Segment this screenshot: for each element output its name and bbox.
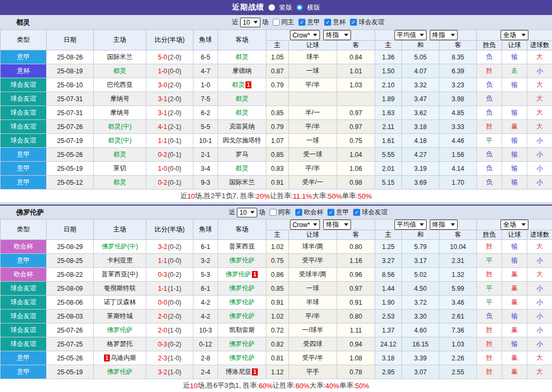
bookmaker-select[interactable]: Crow* <box>290 30 320 40</box>
avg-away-odds: 1.03 <box>439 337 477 351</box>
handicap-line: 受平/半 <box>289 351 337 365</box>
league-filter-label[interactable]: 球会友谊 <box>362 208 387 217</box>
match-date: 25-05-26 <box>47 148 94 162</box>
same-venue-label[interactable]: 同主 <box>281 18 294 27</box>
league-filter-checkbox[interactable] <box>353 209 360 216</box>
recent-count-select[interactable]: 10 <box>237 208 257 217</box>
layout-radio-horizontal[interactable] <box>296 4 303 11</box>
layout-radio-vertical-label[interactable]: 竖版 <box>279 3 292 12</box>
avg-home-odds: 5.55 <box>375 148 402 162</box>
average-odds-group: 平均值 终指 <box>375 30 477 41</box>
avg-draw-odds: 4.07 <box>402 64 439 78</box>
halftime-score: (0-0) <box>168 165 181 172</box>
league-filter-checkbox[interactable] <box>295 209 302 216</box>
layout-radio-horizontal-label[interactable]: 横版 <box>307 3 320 12</box>
bookmaker-select[interactable]: Crow* <box>290 220 320 230</box>
final-odds-select-2[interactable]: 终指 <box>430 30 458 40</box>
halftime-score: (0-2) <box>168 341 181 348</box>
match-score: 0-0(0-0) <box>146 296 193 310</box>
result-handicap: 输 <box>502 176 527 190</box>
league-filter-checkbox[interactable] <box>327 209 334 216</box>
col-header-handicap-res: 让球 <box>502 41 527 50</box>
result-handicap: 输 <box>502 310 527 323</box>
handicap-home-odds: 0.85 <box>266 148 289 162</box>
avg-draw-odds: 5.02 <box>402 268 439 282</box>
average-select[interactable]: 平均值 <box>394 220 427 230</box>
match-score: 1-1(1-1) <box>146 282 193 296</box>
handicap-line: 受四球 <box>289 337 337 351</box>
fulltime-select[interactable]: 全场 <box>501 30 528 40</box>
league-type-badge: 意甲 <box>1 176 47 190</box>
fulltime-score: 0-2 <box>158 151 167 159</box>
league-filter-label[interactable]: 意杯 <box>333 18 346 27</box>
final-odds-select-2[interactable]: 终指 <box>430 220 458 230</box>
league-filter-checkbox[interactable] <box>350 19 357 26</box>
fulltime-select-value: 全场 <box>503 220 516 229</box>
home-team: 莱斯特城 <box>94 310 146 323</box>
team-name-text: 摩纳哥 <box>110 94 130 103</box>
corner-score: 5-5 <box>193 120 218 134</box>
chevron-down-icon <box>420 34 424 36</box>
fulltime-score: 2-0 <box>158 327 167 334</box>
away-team: 佛罗伦萨 <box>218 351 266 365</box>
summary-stats: 近10场,胜2平1负7, 胜率:20% 让胜率:11.1% 大率:50% 单率:… <box>0 190 552 203</box>
same-venue-checkbox[interactable] <box>270 209 277 216</box>
home-team: 佛罗伦萨 <box>94 323 146 337</box>
match-date: 25-05-12 <box>47 176 94 190</box>
away-team: 博洛尼亚1 <box>218 365 266 379</box>
match-row: 意甲25-08-25卡利亚里1-1(0-0)3-2佛罗伦萨0.75受平/半1.1… <box>1 254 552 268</box>
handicap-away-odds: 1.03 <box>337 78 375 92</box>
handicap-away-odds: 0.97 <box>337 106 375 120</box>
league-filter-label[interactable]: 意甲 <box>307 18 320 27</box>
match-score: 2-3(1-0) <box>146 351 193 365</box>
recent-count-select[interactable]: 10 <box>240 18 260 27</box>
average-odds-group: 平均值 终指 <box>375 220 477 230</box>
team-name-text: 佛罗伦萨 <box>229 353 255 363</box>
fulltime-select[interactable]: 全场 <box>501 220 528 230</box>
avg-draw-odds: 3.32 <box>402 78 439 92</box>
avg-draw-odds: 3.17 <box>402 254 439 268</box>
match-score: 5-0(2-0) <box>146 50 193 64</box>
result-outcome: 负 <box>477 176 502 190</box>
final-odds-select[interactable]: 终指 <box>323 220 351 230</box>
avg-draw-odds: 3.07 <box>402 365 439 379</box>
result-outcome: 负 <box>477 148 502 162</box>
team-name-text: 乌迪内斯 <box>110 353 136 363</box>
league-filter-label[interactable]: 欧会杯 <box>304 208 323 217</box>
corner-score: 2-4 <box>193 365 218 379</box>
stats-label: 近 <box>183 381 190 390</box>
avg-away-odds: 3.98 <box>439 92 477 106</box>
handicap-line: 一/球半 <box>289 323 337 337</box>
team-name-text: 卡利亚里 <box>107 256 133 265</box>
away-team: 佛罗伦萨 <box>218 337 266 351</box>
chevron-down-icon <box>250 211 255 214</box>
league-filter-label[interactable]: 球会友谊 <box>359 18 384 27</box>
match-score: 1-1(0-1) <box>146 134 193 148</box>
league-filter-checkbox[interactable] <box>299 19 305 26</box>
stats-label: 场,胜6平3负1, 胜率: <box>198 381 259 390</box>
col-header-goals: 进球数 <box>527 230 552 240</box>
result-goals: 小 <box>527 310 552 323</box>
corner-score: 2-1 <box>193 148 218 162</box>
same-venue-label[interactable]: 同客 <box>278 208 291 217</box>
stats-value: 10 <box>187 192 195 200</box>
avg-home-odds: 3.18 <box>375 351 402 365</box>
handicap-away-odds: 0.94 <box>337 337 375 351</box>
chevron-down-icon <box>521 34 526 36</box>
fulltime-score: 0-3 <box>158 341 167 348</box>
avg-draw-odds: 3.39 <box>402 351 439 365</box>
home-team: 都灵(中) <box>94 134 146 148</box>
result-goals: 大 <box>527 92 552 106</box>
home-team: 诺丁汉森林 <box>94 296 146 310</box>
stats-value: 20% <box>256 192 270 200</box>
avg-draw-odds: 3.72 <box>402 296 439 310</box>
same-venue-checkbox[interactable] <box>273 19 280 26</box>
final-odds-select[interactable]: 终指 <box>323 30 351 40</box>
fulltime-select-value: 全场 <box>503 31 516 40</box>
league-filter-label[interactable]: 意甲 <box>336 208 349 217</box>
match-row: 球会友谊25-08-10巴伦西亚3-0(2-0)1-0都灵10.79平/半1.0… <box>1 78 552 92</box>
result-handicap: 输 <box>502 254 527 268</box>
league-filter-checkbox[interactable] <box>324 19 331 26</box>
layout-radio-vertical[interactable] <box>268 4 275 11</box>
average-select[interactable]: 平均值 <box>394 30 427 40</box>
